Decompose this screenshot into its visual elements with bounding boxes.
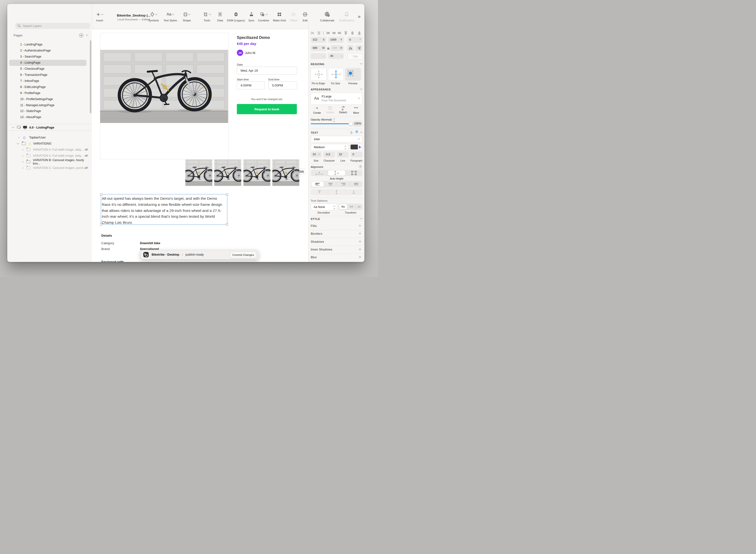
layer-variations-group[interactable]: ⚠ VARIATIONS:: [7, 141, 92, 147]
style-create-button[interactable]: +Create: [311, 106, 323, 114]
x-field[interactable]: 312X: [311, 37, 326, 43]
style-more-button[interactable]: •••More: [350, 106, 362, 114]
line-height-field[interactable]: 32: [337, 152, 349, 158]
pages-collapse-chevron-icon[interactable]: [86, 34, 89, 36]
add-fill-button[interactable]: +: [359, 224, 361, 228]
layer-variation-a2[interactable]: › VARIATION A: Full width image, daily..…: [7, 153, 92, 159]
selection-handle[interactable]: [100, 193, 102, 196]
selection-handle[interactable]: [226, 223, 228, 225]
page-item[interactable]: 3 - SearchPage: [9, 54, 86, 60]
flip-vertical-button[interactable]: [355, 45, 362, 51]
transform-segmented[interactable]: Aa AA aa: [339, 204, 362, 210]
preview-option[interactable]: [345, 68, 361, 81]
text-color-control[interactable]: [350, 144, 362, 151]
alignment-help-button[interactable]: ?: [359, 165, 362, 169]
page-item[interactable]: 2 - AuthenticationPage: [9, 48, 86, 54]
expand-chevron-icon[interactable]: ›: [18, 135, 19, 139]
add-inner-shadow-button[interactable]: +: [359, 247, 361, 252]
appearance-collapse-chevron-icon[interactable]: [360, 88, 363, 90]
add-blur-button[interactable]: +: [359, 255, 361, 259]
toolbar-collaborate[interactable]: Collaborate: [319, 11, 336, 22]
eye-hidden-icon[interactable]: [84, 166, 89, 169]
add-shadow-button[interactable]: +: [359, 239, 361, 244]
text-collapse-chevron-icon[interactable]: [360, 131, 363, 133]
page-item-selected[interactable]: 4 - ListingPage: [9, 60, 86, 66]
style-collapse-chevron-icon[interactable]: [360, 217, 363, 219]
paragraph-spacing-field[interactable]: 0: [351, 152, 362, 158]
transform-none-option[interactable]: Aa: [339, 205, 347, 208]
expand-chevron-icon[interactable]: ›: [22, 148, 23, 151]
y-field[interactable]: 1009Y: [328, 37, 344, 43]
date-input[interactable]: Wed, Apr 19: [237, 67, 297, 74]
toolbar-shape[interactable]: Shape: [179, 11, 194, 22]
pin-to-edge-option[interactable]: [311, 68, 327, 81]
style-detach-button[interactable]: Detach: [337, 106, 349, 114]
toolbar-combine[interactable]: Combine: [255, 11, 272, 22]
selection-handle[interactable]: [226, 193, 228, 196]
layer-topbar-user[interactable]: [7, 128, 92, 134]
toolbar-symbols[interactable]: Symbols: [146, 11, 161, 22]
text-styles-layers-icon[interactable]: [350, 131, 353, 134]
photo-thumbnail[interactable]: [243, 159, 270, 186]
eye-hidden-icon[interactable]: [84, 154, 89, 157]
character-spacing-field[interactable]: -0,5: [323, 152, 335, 158]
width-field[interactable]: 680W: [311, 45, 326, 51]
design-canvas[interactable]: View photos (10): [92, 29, 308, 262]
selection-handle[interactable]: [100, 223, 102, 225]
photo-thumbnail[interactable]: [214, 159, 241, 186]
resizing-collapse-chevron-icon[interactable]: [360, 62, 363, 65]
expand-chevron-icon[interactable]: ›: [22, 166, 23, 170]
horizontal-spacing-field[interactable]: ↔: [311, 53, 326, 59]
flip-horizontal-button[interactable]: [347, 45, 354, 51]
page-item[interactable]: 9 - ProfilePage: [9, 90, 86, 96]
font-weight-select[interactable]: Medium: [311, 144, 348, 151]
page-item[interactable]: 13 - AboutPage: [9, 114, 86, 120]
start-time-input[interactable]: 4:00PM: [237, 81, 265, 90]
toolbar-tools[interactable]: Tools: [200, 11, 214, 22]
layer-topbar-user[interactable]: › ◇ Topbar/User: [7, 134, 92, 141]
transform-lowercase-option[interactable]: aa: [356, 205, 362, 208]
font-family-select[interactable]: Inter: [311, 136, 362, 143]
toolbar-edit[interactable]: A Edit: [299, 11, 311, 22]
page-item[interactable]: 10 - ProfileSettingsPage: [9, 96, 86, 102]
page-item[interactable]: 7 - InboxPage: [9, 78, 86, 84]
page-item[interactable]: 1 - LandingPage: [9, 42, 86, 48]
expand-chevron-icon[interactable]: ›: [22, 160, 23, 164]
host-avatar[interactable]: JM: [237, 50, 243, 56]
collapse-chevron-icon[interactable]: [17, 142, 19, 144]
layer-variation-a1[interactable]: › VARIATION A: Full width image, daily..…: [7, 147, 92, 153]
toolbar-data[interactable]: Data: [213, 11, 227, 22]
text-align-segmented[interactable]: [311, 181, 362, 187]
layer-variation-b[interactable]: › VARIATION B: Carousel images, hourly b…: [7, 159, 92, 165]
expand-chevron-icon[interactable]: ›: [22, 154, 23, 158]
toolbar-dsm-legacy[interactable]: DSM (Legacy): [226, 11, 246, 22]
photo-thumbnail[interactable]: [185, 159, 212, 186]
add-border-button[interactable]: +: [359, 231, 361, 236]
eye-hidden-icon[interactable]: [84, 148, 89, 151]
page-item[interactable]: 8 - EditListingPage: [9, 84, 86, 90]
artboard-collapse-chevron-icon[interactable]: [12, 126, 14, 128]
vertical-spacing-field[interactable]: 45↕: [328, 53, 344, 59]
request-to-book-button[interactable]: Request to book: [237, 104, 297, 114]
vertical-align-segmented[interactable]: [311, 189, 362, 195]
page-item[interactable]: 11 - ManageListingsPage: [9, 102, 86, 108]
search-input[interactable]: Search Layers: [15, 23, 90, 29]
page-item[interactable]: 12 - StaticPage: [9, 108, 86, 114]
rotation-field[interactable]: 0°: [347, 37, 362, 43]
blend-mode-stepper[interactable]: [333, 119, 335, 122]
photo-thumbnail[interactable]: [272, 159, 299, 186]
toolbar-more-chevrons[interactable]: »: [358, 14, 360, 19]
opacity-slider-track[interactable]: [311, 123, 351, 124]
decoration-select[interactable]: Aa None: [311, 204, 337, 210]
font-size-field[interactable]: 20: [311, 152, 322, 158]
toolbar-make-grid[interactable]: Make Grid: [271, 11, 288, 22]
height-field[interactable]: 160H: [330, 45, 344, 51]
align-justify-icon[interactable]: [354, 183, 358, 185]
opacity-slider-knob[interactable]: [349, 122, 353, 126]
page-item[interactable]: 5 - CheckoutPage: [9, 66, 86, 72]
sidebar-scrollbar[interactable]: [90, 40, 91, 113]
commit-changes-button[interactable]: Commit Changes: [230, 252, 256, 258]
page-item[interactable]: 6 - TransactionPage: [9, 72, 86, 78]
text-settings-gear-icon[interactable]: ⚙: [355, 130, 358, 134]
sizing-behavior-segmented[interactable]: A A: [311, 170, 362, 176]
